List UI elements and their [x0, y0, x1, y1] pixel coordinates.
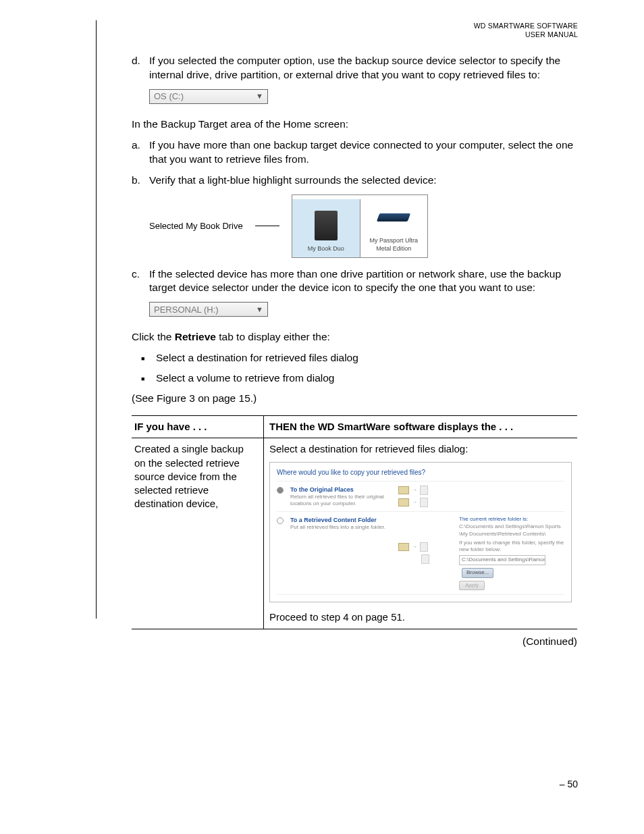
step-text: Verify that a light-blue highlight surro…	[149, 174, 577, 188]
header-line: WD SMARTWARE SOFTWARE	[474, 22, 578, 30]
paragraph: (See Figure 3 on page 15.)	[132, 392, 577, 406]
page: WD SMARTWARE SOFTWARE USER MANUAL d. If …	[0, 0, 644, 834]
table-cell: Created a single backup on the selected …	[132, 438, 264, 628]
table-header-row: IF you have . . . THEN the WD SmartWare …	[132, 416, 577, 438]
option-folder: To a Retrieved Content Folder Put all re…	[277, 512, 564, 595]
apply-button[interactable]: Apply	[459, 581, 485, 591]
table-header: IF you have . . .	[132, 416, 264, 438]
diagram-icon: → →	[398, 486, 452, 507]
step-c: c. If the selected device has more than …	[132, 267, 577, 296]
device-label: My Passport Ultra	[369, 236, 418, 244]
target-partition-selector[interactable]: PERSONAL (H:) ▼	[149, 302, 268, 317]
bullet-item: ■ Select a destination for retrieved fil…	[141, 351, 577, 366]
chevron-down-icon: ▼	[256, 91, 263, 101]
step-text: If the selected device has more than one…	[149, 267, 577, 296]
device-passport[interactable]: My Passport Ultra Metal Edition	[360, 199, 427, 257]
cell-text: Select a destination for retrieved files…	[269, 442, 572, 456]
paragraph: Click the Retrieve tab to display either…	[132, 330, 577, 344]
page-number: – 50	[560, 779, 578, 789]
table-row: Created a single backup on the selected …	[132, 438, 577, 628]
path-input[interactable]: C:\Documents and Settings\Ramon	[459, 555, 545, 565]
chevron-down-icon: ▼	[256, 305, 263, 315]
device-label: My Book Duo	[308, 244, 344, 253]
header-line: USER MANUAL	[474, 30, 578, 39]
bullet-marker: ■	[141, 371, 156, 386]
drive-icon	[377, 213, 410, 221]
dialog-title: Where would you like to copy your retrie…	[277, 468, 564, 477]
radio-selected-icon[interactable]	[277, 487, 284, 494]
device-my-book[interactable]: My Book Duo	[292, 199, 360, 257]
radio-icon[interactable]	[277, 517, 284, 524]
callout-line	[255, 226, 279, 226]
step-text: If you selected the computer option, use…	[149, 54, 577, 82]
device-example: Selected My Book Drive My Book Duo My Pa…	[149, 194, 577, 258]
content-area: d. If you selected the computer option, …	[132, 54, 577, 649]
device-selector: My Book Duo My Passport Ultra Metal Edit…	[292, 194, 428, 258]
continued-label: (Continued)	[132, 635, 577, 649]
option-original: To the Original Places Return all retrie…	[277, 481, 564, 512]
table-cell: Select a destination for retrieved files…	[264, 438, 577, 628]
step-label: d.	[132, 54, 149, 82]
step-label: b.	[132, 174, 149, 188]
bullet-text: Select a volume to retrieve from dialog	[156, 371, 334, 386]
retrieve-folder-info: The current retrieve folder is: C:\Docum…	[459, 516, 564, 590]
dropdown-value: PERSONAL (H:)	[154, 304, 219, 316]
browse-button[interactable]: Browse...	[462, 568, 493, 578]
bullet-list: ■ Select a destination for retrieved fil…	[141, 351, 577, 386]
if-then-table: IF you have . . . THEN the WD SmartWare …	[132, 415, 577, 629]
source-drive-selector[interactable]: OS (C:) ▼	[149, 89, 268, 104]
cell-text: Proceed to step 4 on page 51.	[269, 610, 572, 624]
step-a: a. If you have more than one backup targ…	[132, 138, 577, 167]
option-text: To a Retrieved Content Folder Put all re…	[290, 516, 392, 590]
margin-rule	[96, 20, 97, 619]
step-label: c.	[132, 267, 149, 296]
dropdown-value: OS (C:)	[154, 90, 184, 103]
drive-icon	[315, 211, 338, 240]
step-text: If you have more than one backup target …	[149, 138, 577, 167]
dialog-screenshot: Where would you like to copy your retrie…	[269, 462, 572, 603]
step-d: d. If you selected the computer option, …	[132, 54, 577, 82]
device-label: Metal Edition	[376, 244, 411, 253]
callout-label: Selected My Book Drive	[149, 220, 243, 232]
running-header: WD SMARTWARE SOFTWARE USER MANUAL	[474, 22, 578, 39]
diagram-icon: →	[398, 516, 452, 590]
bullet-marker: ■	[141, 351, 156, 366]
table-header: THEN the WD SmartWare software displays …	[264, 416, 577, 438]
bullet-text: Select a destination for retrieved files…	[156, 351, 358, 366]
step-label: a.	[132, 138, 149, 167]
paragraph: In the Backup Target area of the Home sc…	[132, 118, 577, 132]
bullet-item: ■ Select a volume to retrieve from dialo…	[141, 371, 577, 386]
option-text: To the Original Places Return all retrie…	[290, 486, 392, 507]
step-b: b. Verify that a light-blue highlight su…	[132, 174, 577, 188]
